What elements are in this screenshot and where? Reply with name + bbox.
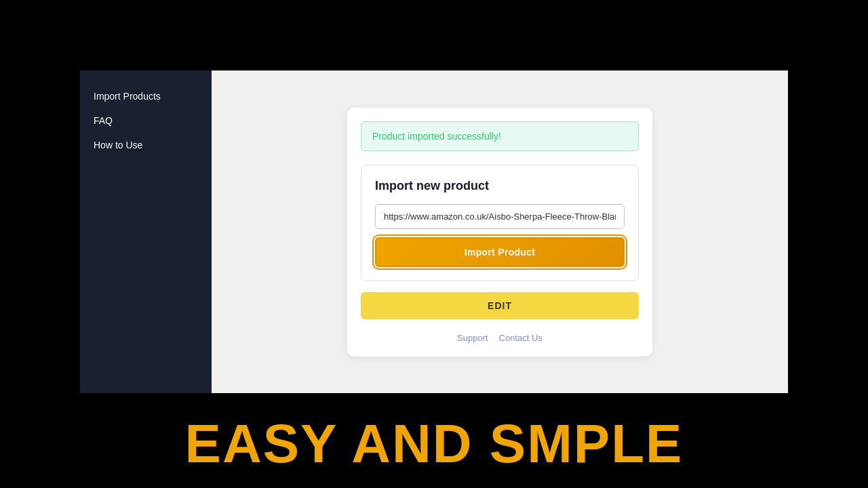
url-input[interactable] — [375, 204, 625, 229]
import-section: Import new product Import Product — [361, 165, 639, 281]
sidebar-item-faq[interactable]: FAQ — [80, 108, 212, 133]
main-card: Product imported successfully! Import ne… — [347, 108, 652, 357]
bottom-banner: EASY AND SMPLE — [0, 400, 868, 488]
success-message: Product imported successfully! — [372, 131, 501, 142]
import-product-button[interactable]: Import Product — [375, 237, 625, 267]
main-content: Product imported successfully! Import ne… — [212, 70, 788, 393]
sidebar: Import Products FAQ How to Use — [80, 70, 212, 393]
sidebar-item-import-products[interactable]: Import Products — [80, 84, 212, 108]
success-banner: Product imported successfully! — [361, 121, 639, 151]
app-container: Import Products FAQ How to Use Product i… — [80, 70, 788, 393]
sidebar-item-how-to-use[interactable]: How to Use — [80, 133, 212, 157]
support-link[interactable]: Support — [457, 333, 488, 343]
bottom-banner-text: EASY AND SMPLE — [185, 413, 684, 475]
import-title: Import new product — [375, 179, 625, 193]
contact-us-link[interactable]: Contact Us — [499, 333, 542, 343]
edit-button[interactable]: EDIT — [361, 292, 639, 319]
card-footer: Support Contact Us — [361, 330, 639, 343]
